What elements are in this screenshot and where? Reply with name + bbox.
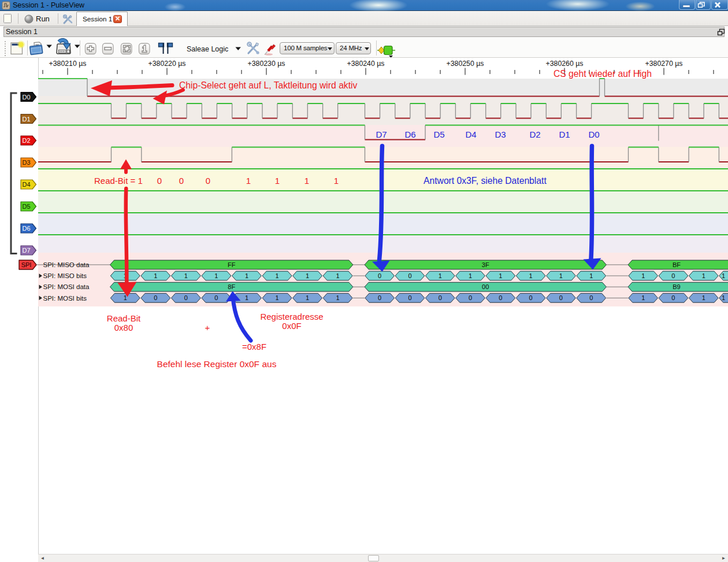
- svg-text:+380240 µs: +380240 µs: [347, 60, 385, 68]
- svg-text:1: 1: [722, 272, 725, 279]
- svg-text:0: 0: [671, 272, 675, 279]
- svg-text:0: 0: [184, 294, 188, 301]
- svg-text:8F: 8F: [228, 283, 235, 290]
- svg-text:Read-Bit = 1: Read-Bit = 1: [94, 176, 143, 186]
- svg-text:Antwort 0x3F, siehe Datenblatt: Antwort 0x3F, siehe Datenblatt: [424, 176, 547, 186]
- svg-text:0: 0: [439, 294, 442, 301]
- svg-text:0: 0: [214, 294, 218, 301]
- svg-text:D7: D7: [376, 130, 387, 139]
- svg-text:Chip-Select geht auf L, Taktle: Chip-Select geht auf L, Taktleitung wird…: [179, 80, 358, 90]
- svg-text:00: 00: [482, 283, 489, 290]
- svg-text:1: 1: [589, 272, 593, 279]
- svg-text:3F: 3F: [482, 261, 489, 268]
- svg-text:SPI: SPI: [21, 261, 32, 268]
- svg-text:1: 1: [702, 272, 705, 279]
- svg-text:SPI: MISO bits: SPI: MISO bits: [43, 272, 87, 279]
- svg-text:D7: D7: [22, 247, 30, 254]
- svg-text:1: 1: [306, 272, 309, 279]
- svg-text:1: 1: [336, 272, 340, 279]
- svg-text:1: 1: [559, 272, 563, 279]
- svg-text:1: 1: [275, 176, 280, 186]
- svg-text:D4: D4: [465, 130, 476, 139]
- svg-text:SPI: MOSI data: SPI: MOSI data: [43, 283, 90, 290]
- svg-text:1: 1: [499, 272, 502, 279]
- svg-text:0: 0: [206, 176, 210, 186]
- svg-text:D6: D6: [404, 130, 415, 139]
- svg-text:1: 1: [641, 272, 645, 279]
- svg-text:1: 1: [124, 294, 127, 301]
- svg-text:1: 1: [722, 294, 725, 301]
- svg-text:0: 0: [157, 176, 162, 186]
- svg-text:1: 1: [439, 272, 442, 279]
- svg-text:D3: D3: [22, 159, 30, 166]
- svg-text:0: 0: [499, 294, 502, 301]
- svg-text:1: 1: [336, 294, 340, 301]
- svg-text:D4: D4: [22, 181, 30, 188]
- svg-text:1: 1: [214, 272, 218, 279]
- svg-text:+380250 µs: +380250 µs: [447, 60, 484, 68]
- svg-text:1: 1: [245, 272, 248, 279]
- svg-text:Befehl lese Register 0x0F aus: Befehl lese Register 0x0F aus: [157, 359, 277, 369]
- svg-text:1: 1: [154, 272, 157, 279]
- svg-text:0x0F: 0x0F: [282, 321, 301, 331]
- svg-text:+380230 µs: +380230 µs: [248, 60, 285, 68]
- svg-text:Read-Bit: Read-Bit: [107, 313, 141, 323]
- svg-text:1: 1: [469, 272, 472, 279]
- svg-text:1: 1: [702, 294, 705, 301]
- svg-text:0: 0: [559, 294, 563, 301]
- svg-text:+: +: [205, 323, 210, 332]
- svg-text:1: 1: [304, 176, 309, 186]
- svg-text:0: 0: [378, 294, 381, 301]
- svg-text:1: 1: [306, 294, 309, 301]
- svg-text:BF: BF: [673, 261, 681, 268]
- svg-text:0: 0: [589, 294, 593, 301]
- svg-text:CS geht wieder auf High: CS geht wieder auf High: [554, 69, 652, 79]
- svg-text:0: 0: [469, 294, 472, 301]
- svg-text:0: 0: [408, 294, 411, 301]
- svg-text:0: 0: [179, 176, 184, 186]
- svg-text:1: 1: [124, 272, 127, 279]
- svg-text:1: 1: [641, 294, 645, 301]
- svg-text:0: 0: [408, 272, 411, 279]
- svg-text:0: 0: [529, 294, 533, 301]
- svg-text:D1: D1: [559, 130, 570, 139]
- svg-text:1: 1: [275, 272, 278, 279]
- svg-text:SPI: MOSI bits: SPI: MOSI bits: [43, 295, 87, 302]
- svg-text:0: 0: [671, 294, 675, 301]
- svg-text:=0x8F: =0x8F: [242, 342, 266, 352]
- svg-text:D0: D0: [588, 130, 599, 139]
- svg-text:FF: FF: [228, 261, 236, 268]
- svg-text:0x80: 0x80: [114, 323, 133, 332]
- svg-text:D1: D1: [22, 116, 30, 123]
- svg-text:+380260 µs: +380260 µs: [546, 60, 584, 68]
- svg-text:D2: D2: [529, 130, 540, 139]
- svg-text:D6: D6: [22, 225, 30, 232]
- svg-text:1: 1: [184, 272, 188, 279]
- svg-text:+380210 µs: +380210 µs: [49, 60, 87, 68]
- svg-text:+380270 µs: +380270 µs: [645, 60, 683, 68]
- svg-text:1: 1: [245, 294, 248, 301]
- svg-text:+380220 µs: +380220 µs: [148, 60, 186, 68]
- svg-text:0: 0: [378, 272, 381, 279]
- svg-text:B9: B9: [673, 283, 680, 290]
- svg-text:D2: D2: [22, 137, 30, 144]
- svg-text:0: 0: [154, 294, 157, 301]
- svg-text:1: 1: [334, 176, 339, 186]
- svg-text:D3: D3: [495, 130, 506, 139]
- svg-text:D5: D5: [433, 130, 444, 139]
- svg-text:1: 1: [246, 176, 251, 186]
- svg-text:SPI: MISO data: SPI: MISO data: [43, 261, 90, 268]
- svg-text:Saleae Logic: Saleae Logic: [187, 45, 228, 53]
- svg-text:1: 1: [275, 294, 278, 301]
- svg-text:Registeradresse: Registeradresse: [260, 312, 323, 321]
- svg-text:D0: D0: [22, 94, 30, 101]
- svg-text:D5: D5: [22, 203, 30, 210]
- svg-text:1: 1: [529, 272, 533, 279]
